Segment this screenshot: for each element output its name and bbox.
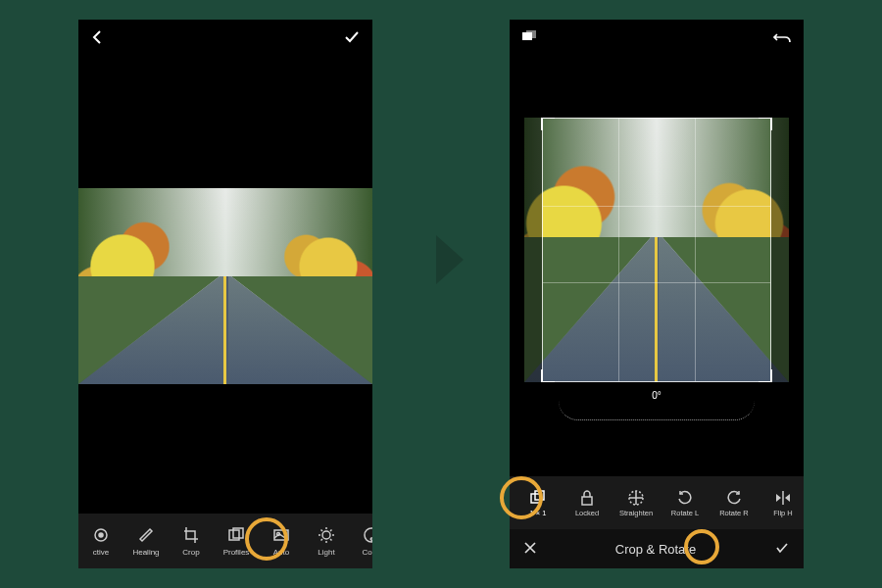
filmstrip-button[interactable] bbox=[521, 29, 539, 49]
flip-horizontal-button[interactable]: Flip H bbox=[759, 489, 804, 517]
phone-edit-view: ctive Healing Crop Profiles Auto Light C… bbox=[78, 20, 372, 568]
tool-label: Color bbox=[362, 548, 372, 557]
tool-label: Locked bbox=[575, 509, 599, 517]
edit-tool-strip: ctive Healing Crop Profiles Auto Light C… bbox=[78, 514, 372, 568]
crop-handle-tl[interactable] bbox=[541, 118, 555, 130]
panel-title: Crop & Rotate bbox=[615, 542, 696, 557]
tool-crop[interactable]: Crop bbox=[169, 525, 214, 557]
tool-label: Straighten bbox=[619, 509, 653, 517]
tool-profiles[interactable]: Profiles bbox=[214, 525, 259, 557]
tool-label: Crop bbox=[182, 548, 199, 557]
lock-aspect-button[interactable]: Locked bbox=[563, 489, 612, 517]
aspect-ratio-button[interactable]: 1 × 1 bbox=[514, 489, 563, 517]
crop-handle-tr[interactable] bbox=[759, 118, 772, 130]
tool-healing[interactable]: Healing bbox=[123, 525, 169, 557]
svg-marker-14 bbox=[785, 494, 790, 502]
photo-preview bbox=[524, 118, 789, 382]
svg-rect-8 bbox=[526, 30, 536, 38]
tool-color[interactable]: Color bbox=[349, 525, 372, 557]
apply-button[interactable] bbox=[774, 540, 790, 559]
tool-label: Healing bbox=[132, 548, 159, 557]
tool-label: ctive bbox=[93, 548, 109, 557]
photo-canvas[interactable] bbox=[78, 59, 372, 514]
rotate-left-button[interactable]: Rotate L bbox=[661, 489, 710, 517]
rotate-right-button[interactable]: Rotate R bbox=[710, 489, 759, 517]
photo-preview bbox=[78, 188, 372, 384]
tool-label: Profiles bbox=[223, 548, 250, 557]
undo-button[interactable] bbox=[772, 29, 792, 49]
phone-crop-view: 0° 1 × 1 Locked Straighten Rotate L Rota… bbox=[510, 20, 804, 568]
crop-frame[interactable] bbox=[542, 118, 771, 382]
panel-title-bar: Crop & Rotate bbox=[510, 529, 804, 568]
straighten-dial[interactable]: 0° bbox=[510, 390, 804, 429]
top-bar bbox=[78, 20, 372, 59]
tool-label: Auto bbox=[273, 548, 289, 557]
back-button[interactable] bbox=[90, 29, 106, 49]
svg-marker-13 bbox=[776, 494, 781, 502]
tool-selective[interactable]: ctive bbox=[78, 525, 123, 557]
straighten-button[interactable]: Straighten bbox=[612, 489, 661, 517]
tool-auto[interactable]: Auto bbox=[259, 525, 304, 557]
crop-tool-strip: 1 × 1 Locked Straighten Rotate L Rotate … bbox=[510, 476, 804, 529]
step-arrow-icon bbox=[436, 235, 464, 284]
angle-readout: 0° bbox=[652, 390, 662, 401]
crop-handle-bl[interactable] bbox=[541, 369, 555, 382]
crop-canvas[interactable]: 0° bbox=[510, 59, 804, 476]
confirm-button[interactable] bbox=[343, 28, 361, 50]
svg-point-6 bbox=[322, 531, 330, 539]
svg-point-1 bbox=[99, 533, 103, 537]
tool-label: 1 × 1 bbox=[530, 509, 547, 517]
cancel-button[interactable] bbox=[523, 541, 537, 558]
tool-label: Rotate R bbox=[719, 509, 749, 517]
svg-rect-11 bbox=[582, 497, 592, 505]
tool-label: Flip H bbox=[773, 509, 793, 517]
tool-light[interactable]: Light bbox=[304, 525, 349, 557]
top-bar bbox=[510, 20, 804, 59]
tool-label: Rotate L bbox=[671, 509, 699, 517]
crop-handle-br[interactable] bbox=[759, 369, 772, 382]
tool-label: Light bbox=[318, 548, 334, 557]
